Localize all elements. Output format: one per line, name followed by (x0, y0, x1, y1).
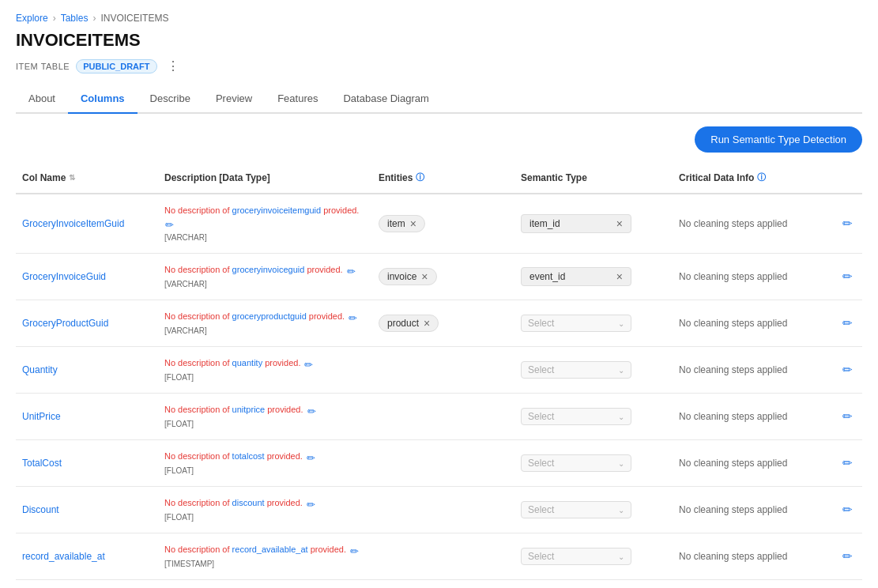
table-row: TotalCost No description of totalcost pr… (16, 440, 862, 487)
breadcrumb-tables[interactable]: Tables (61, 13, 89, 24)
breadcrumb-explore[interactable]: Explore (16, 13, 48, 24)
no-cleaning-text: No cleaning steps applied (679, 458, 787, 469)
th-critical-label: Critical Data Info (679, 172, 754, 183)
semantic-cell: Select ⌄ (514, 311, 673, 335)
meta-label: ITEM TABLE (16, 62, 70, 71)
semantic-select[interactable]: Select ⌄ (521, 315, 631, 332)
no-cleaning-text: No cleaning steps applied (679, 504, 787, 515)
semantic-select[interactable]: Select ⌄ (521, 361, 631, 379)
semantic-cell: event_id × (514, 264, 673, 289)
th-col-name: Col Name ⇅ (16, 168, 158, 187)
col-name-link[interactable]: TotalCost (22, 458, 62, 469)
breadcrumb-sep-2: › (92, 13, 96, 24)
description-cell: No description of record_available_at pr… (158, 541, 372, 571)
entity-value: item (387, 218, 405, 229)
desc-text: No description of totalcost provided. (164, 451, 303, 461)
edit-critical-button[interactable]: ✏ (839, 409, 856, 424)
edit-description-button[interactable]: ✏ (164, 218, 175, 232)
tab-database-diagram[interactable]: Database Diagram (330, 85, 441, 114)
col-name-cell: GroceryInvoiceGuid (16, 268, 158, 285)
edit-critical-button[interactable]: ✏ (839, 548, 856, 564)
remove-entity-button[interactable]: × (410, 218, 416, 229)
semantic-select[interactable]: Select ⌄ (521, 454, 631, 472)
select-placeholder: Select (528, 458, 554, 469)
semantic-select[interactable]: Select ⌄ (521, 548, 631, 565)
chevron-down-icon: ⌄ (618, 366, 624, 375)
col-name-cell: Discount (16, 501, 158, 518)
dtype-badge: [FLOAT] (164, 373, 366, 382)
col-name-link[interactable]: Quantity (22, 364, 58, 375)
edit-critical-button[interactable]: ✏ (839, 315, 856, 331)
entity-cell (372, 507, 514, 513)
description-cell: No description of groceryproductguid pro… (158, 308, 372, 338)
semantic-select[interactable]: Select ⌄ (521, 501, 631, 518)
table-row: Discount No description of discount prov… (16, 487, 862, 533)
desc-text: No description of unitprice provided. (164, 405, 303, 414)
edit-critical-button[interactable]: ✏ (839, 216, 856, 232)
page-title: INVOICEITEMS (16, 30, 862, 51)
col-name-link[interactable]: Discount (22, 504, 59, 515)
tab-about[interactable]: About (16, 85, 68, 114)
tabs-bar: About Columns Describe Preview Features … (16, 85, 862, 114)
entity-cell (372, 367, 514, 373)
col-name-link[interactable]: GroceryInvoiceItemGuid (22, 218, 124, 229)
edit-critical-button[interactable]: ✏ (839, 269, 856, 285)
edit-description-button[interactable]: ✏ (348, 311, 358, 325)
semantic-cell: Select ⌄ (514, 405, 673, 428)
desc-text: No description of groceryproductguid pro… (164, 311, 345, 321)
edit-description-button[interactable]: ✏ (349, 545, 360, 558)
critical-info-icon[interactable]: ⓘ (757, 172, 766, 183)
run-semantic-detection-button[interactable]: Run Semantic Type Detection (695, 126, 862, 153)
critical-cell: No cleaning steps applied ✏ (673, 213, 862, 235)
remove-entity-button[interactable]: × (424, 318, 430, 329)
edit-description-button[interactable]: ✏ (306, 498, 316, 511)
remove-semantic-button[interactable]: × (616, 270, 623, 283)
edit-critical-button[interactable]: ✏ (839, 455, 856, 471)
semantic-select[interactable]: Select ⌄ (521, 408, 631, 425)
col-name-link[interactable]: UnitPrice (22, 411, 61, 422)
breadcrumb-current: INVOICEITEMS (100, 13, 168, 24)
chevron-down-icon: ⌄ (618, 506, 624, 514)
edit-critical-button[interactable]: ✏ (839, 502, 856, 518)
col-name-link[interactable]: record_available_at (22, 551, 105, 562)
th-description-label: Description [Data Type] (164, 172, 270, 183)
th-col-name-label: Col Name (22, 172, 66, 183)
entities-info-icon[interactable]: ⓘ (416, 172, 424, 183)
select-placeholder: Select (528, 364, 554, 375)
desc-text: No description of record_available_at pr… (164, 545, 346, 554)
col-name-sort-icon[interactable]: ⇅ (69, 173, 75, 182)
no-cleaning-text: No cleaning steps applied (679, 218, 787, 229)
no-cleaning-text: No cleaning steps applied (679, 411, 787, 422)
edit-description-button[interactable]: ✏ (303, 358, 314, 371)
tab-features[interactable]: Features (265, 85, 330, 114)
th-entities: Entities ⓘ (372, 168, 514, 187)
tab-columns[interactable]: Columns (68, 85, 138, 114)
table-row: GroceryProductGuid No description of gro… (16, 300, 862, 347)
edit-description-button[interactable]: ✏ (306, 451, 316, 465)
edit-description-button[interactable]: ✏ (307, 405, 317, 418)
entity-cell (372, 553, 514, 560)
no-cleaning-text: No cleaning steps applied (679, 318, 787, 329)
tab-preview[interactable]: Preview (203, 85, 265, 114)
more-options-button[interactable]: ⋮ (164, 57, 183, 75)
table-row: record_available_at No description of re… (16, 533, 862, 580)
description-cell: No description of unitprice provided. ✏ … (158, 401, 372, 432)
semantic-value: item_id (529, 218, 560, 229)
edit-critical-button[interactable]: ✏ (839, 362, 856, 378)
critical-cell: No cleaning steps applied ✏ (673, 499, 862, 521)
remove-entity-button[interactable]: × (421, 271, 428, 282)
critical-cell: No cleaning steps applied ✏ (673, 545, 862, 567)
col-name-cell: UnitPrice (16, 408, 158, 425)
entity-cell: item × (372, 212, 514, 236)
col-name-link[interactable]: GroceryProductGuid (22, 318, 108, 329)
desc-text: No description of groceryinvoiceguid pro… (164, 265, 343, 274)
chevron-down-icon: ⌄ (618, 552, 624, 561)
table-header: Col Name ⇅ Description [Data Type] Entit… (16, 162, 862, 194)
remove-semantic-button[interactable]: × (616, 217, 623, 230)
tab-describe[interactable]: Describe (138, 85, 203, 114)
edit-description-button[interactable]: ✏ (346, 265, 356, 278)
col-name-link[interactable]: GroceryInvoiceGuid (22, 271, 106, 282)
entity-cell: invoice × (372, 265, 514, 288)
entity-tag: product × (379, 315, 439, 332)
semantic-cell: Select ⌄ (514, 451, 673, 475)
